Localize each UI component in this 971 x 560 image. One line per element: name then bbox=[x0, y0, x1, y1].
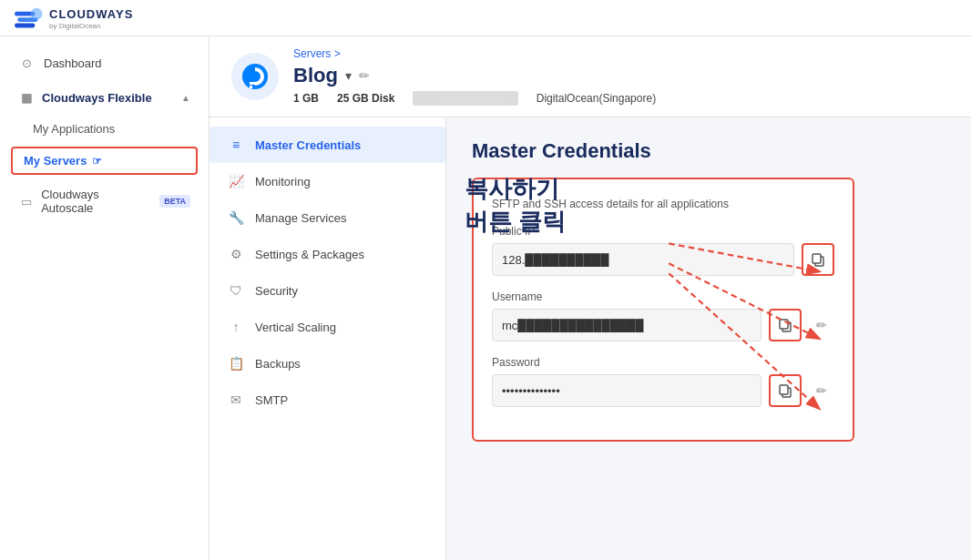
svg-rect-5 bbox=[250, 82, 255, 85]
server-ram: 1 GB bbox=[293, 92, 319, 105]
server-disk: 25 GB Disk bbox=[337, 92, 394, 105]
svg-rect-2 bbox=[15, 23, 35, 27]
sidebar-dashboard-label: Dashboard bbox=[44, 56, 102, 70]
sidebar-item-my-applications[interactable]: My Applications bbox=[0, 115, 209, 143]
menu-item-vertical-scaling[interactable]: ↑ Vertical Scaling bbox=[210, 309, 445, 345]
svg-point-3 bbox=[31, 7, 43, 19]
cursor-indicator: ☞ bbox=[92, 155, 102, 168]
menu-credentials-icon: ≡ bbox=[228, 137, 244, 153]
menu-monitoring-icon: 📈 bbox=[228, 173, 244, 189]
sidebar-my-servers-label: My Servers bbox=[24, 154, 87, 168]
copy-username-button[interactable] bbox=[769, 309, 802, 341]
sidebar: ⊙ Dashboard ▦ Cloudways Flexible ▲ My Ap… bbox=[0, 36, 210, 560]
menu-smtp-label: SMTP bbox=[255, 393, 288, 407]
sidebar-item-autoscale[interactable]: ▭ Cloudways Autoscale BETA bbox=[0, 178, 209, 224]
password-label: Password bbox=[492, 356, 834, 369]
sidebar-item-dashboard[interactable]: ⊙ Dashboard bbox=[0, 46, 209, 80]
copy-ip-button[interactable] bbox=[802, 243, 834, 276]
menu-backups-label: Backups bbox=[255, 357, 301, 371]
copy-password-button[interactable] bbox=[769, 374, 802, 407]
copy-icon bbox=[778, 318, 792, 332]
password-input[interactable] bbox=[492, 374, 761, 407]
sidebar-autoscale-label: Cloudways Autoscale bbox=[41, 188, 148, 215]
server-header: Servers > Blog ▾ ✏ 1 GB 25 GB Disk 128 █… bbox=[210, 36, 971, 117]
svg-rect-12 bbox=[780, 385, 788, 394]
svg-rect-10 bbox=[780, 320, 788, 329]
menu-backups-icon: 📋 bbox=[228, 355, 244, 372]
logo-text: CLOUDWAYS bbox=[49, 7, 133, 21]
menu-item-settings-packages[interactable]: ⚙ Settings & Packages bbox=[210, 236, 445, 272]
cloudways-logo-icon bbox=[15, 5, 44, 31]
flexible-icon: ▦ bbox=[18, 89, 35, 106]
edit-username-button[interactable]: ✏ bbox=[809, 312, 834, 338]
sidebar-item-my-servers[interactable]: My Servers ☞ bbox=[11, 147, 198, 175]
menu-settings-icon: ⚙ bbox=[228, 246, 244, 262]
menu-item-security[interactable]: 🛡 Security bbox=[210, 272, 445, 309]
menu-item-monitoring[interactable]: 📈 Monitoring bbox=[210, 163, 445, 199]
menu-smtp-icon: ✉ bbox=[228, 392, 244, 408]
copy-icon bbox=[811, 252, 825, 267]
server-dropdown-button[interactable]: ▾ bbox=[345, 68, 352, 83]
beta-badge: BETA bbox=[159, 195, 190, 208]
menu-monitoring-label: Monitoring bbox=[255, 175, 311, 188]
dashboard-icon: ⊙ bbox=[18, 55, 35, 71]
copy-icon bbox=[778, 383, 792, 398]
username-label: Username bbox=[492, 290, 834, 303]
digitalocean-icon bbox=[240, 62, 270, 91]
menu-scaling-label: Vertical Scaling bbox=[255, 321, 336, 334]
menu-manage-label: Manage Services bbox=[255, 211, 346, 225]
menu-item-master-credentials[interactable]: ≡ Master Credentials bbox=[210, 127, 445, 163]
content-area: Servers > Blog ▾ ✏ 1 GB 25 GB Disk 128 █… bbox=[210, 36, 971, 560]
username-input[interactable] bbox=[492, 309, 761, 341]
password-row: ✏ bbox=[492, 374, 834, 407]
public-ip-label: Public IP bbox=[492, 225, 834, 238]
breadcrumb-servers[interactable]: Servers > bbox=[293, 47, 341, 60]
left-menu: ≡ Master Credentials 📈 Monitoring 🔧 Mana… bbox=[210, 117, 446, 560]
chevron-up-icon: ▲ bbox=[181, 93, 190, 103]
logo[interactable]: CLOUDWAYS by DigitalOcean bbox=[15, 5, 133, 31]
menu-manage-icon: 🔧 bbox=[228, 209, 244, 226]
server-ip-masked: 128 ██████████ bbox=[413, 91, 517, 106]
sidebar-section-label: Cloudways Flexible bbox=[42, 91, 152, 105]
top-header: CLOUDWAYS by DigitalOcean bbox=[0, 0, 971, 36]
menu-settings-label: Settings & Packages bbox=[255, 248, 364, 261]
svg-rect-6 bbox=[250, 86, 252, 88]
menu-item-smtp[interactable]: ✉ SMTP bbox=[210, 382, 445, 418]
menu-credentials-label: Master Credentials bbox=[255, 138, 361, 152]
menu-scaling-icon: ↑ bbox=[228, 319, 244, 335]
public-ip-input[interactable] bbox=[492, 243, 794, 276]
public-ip-row bbox=[492, 243, 834, 276]
menu-security-icon: 🛡 bbox=[228, 282, 244, 299]
autoscale-icon: ▭ bbox=[18, 193, 34, 209]
breadcrumb: Servers > bbox=[293, 47, 949, 60]
sidebar-section-cloudways-flexible[interactable]: ▦ Cloudways Flexible ▲ bbox=[0, 80, 209, 115]
sidebar-my-applications-label: My Applications bbox=[33, 122, 115, 136]
server-name: Blog bbox=[293, 64, 338, 87]
logo-sub: by DigitalOcean bbox=[49, 22, 133, 30]
panel-title: Master Credentials bbox=[472, 139, 945, 163]
menu-security-label: Security bbox=[255, 284, 298, 298]
server-name-edit-button[interactable]: ✏ bbox=[359, 68, 370, 83]
right-panel: 복사하기 버튼 클릭 Master Credentials SFTP and S… bbox=[446, 117, 971, 560]
server-avatar bbox=[231, 53, 279, 100]
server-info: Servers > Blog ▾ ✏ 1 GB 25 GB Disk 128 █… bbox=[293, 47, 949, 106]
content-body: ≡ Master Credentials 📈 Monitoring 🔧 Mana… bbox=[210, 117, 971, 560]
server-specs: 1 GB 25 GB Disk 128 ██████████ DigitalOc… bbox=[293, 91, 949, 106]
edit-password-button[interactable]: ✏ bbox=[809, 378, 834, 403]
username-row: ✏ bbox=[492, 309, 834, 341]
menu-item-backups[interactable]: 📋 Backups bbox=[210, 345, 445, 382]
server-provider: DigitalOcean(Singapore) bbox=[537, 92, 656, 105]
svg-rect-8 bbox=[813, 254, 821, 263]
credentials-subtitle: SFTP and SSH access details for all appl… bbox=[492, 198, 834, 210]
menu-item-manage-services[interactable]: 🔧 Manage Services bbox=[210, 199, 445, 236]
credentials-box: SFTP and SSH access details for all appl… bbox=[472, 178, 854, 442]
